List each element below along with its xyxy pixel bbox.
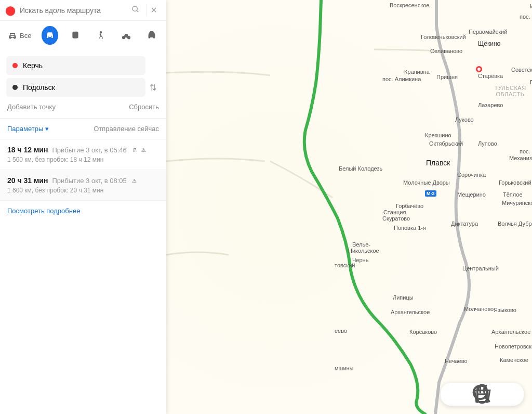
close-icon[interactable]: ×: [146, 4, 161, 16]
svg-point-7: [76, 36, 77, 37]
params-row: Параметры ▾ Отправление сейчас: [0, 118, 166, 139]
waypoint-from[interactable]: Керчь: [6, 56, 145, 75]
map-canvas[interactable]: ТУЛЬСКАЯ ОБЛАСТЬ ВоскресенскоеИльинкаШва…: [166, 0, 532, 414]
svg-line-1: [137, 10, 138, 12]
pin-icon: ⬤: [5, 5, 16, 16]
tab-taxi[interactable]: [144, 26, 160, 45]
map-tools: [441, 383, 524, 406]
reset-button[interactable]: Сбросить: [129, 103, 159, 111]
details-link[interactable]: Посмотреть подробнее: [0, 201, 166, 221]
tab-car[interactable]: [42, 26, 58, 45]
transport-tabs: Все: [0, 21, 166, 50]
svg-point-3: [51, 36, 52, 37]
search-icon[interactable]: [127, 5, 144, 16]
search-bar: ⬤ ×: [0, 0, 166, 21]
tab-all-label: Все: [20, 32, 31, 40]
svg-point-0: [132, 6, 137, 11]
waypoint-to[interactable]: Подольск: [6, 78, 145, 97]
tab-all[interactable]: Все: [6, 26, 32, 45]
waypoint-to-text: Подольск: [23, 83, 55, 92]
waypoints-panel: Керчь Подольск ⇅ Добавить точку Сбросить: [0, 50, 166, 118]
svg-point-8: [100, 32, 102, 33]
sidebar: ⬤ × Все: [0, 0, 166, 414]
tab-walk[interactable]: [93, 26, 109, 45]
add-waypoint-button[interactable]: Добавить точку: [7, 103, 56, 111]
route-arrival: Прибытие 3 окт, в 08:05: [52, 177, 126, 185]
params-button[interactable]: Параметры ▾: [7, 125, 49, 133]
route-distance: 1 500 км, без пробок: 18 ч 12 мин: [7, 156, 159, 163]
tab-transit[interactable]: [68, 26, 84, 45]
route-time: 18 ч 12 мин: [7, 146, 48, 154]
route-arrival: Прибытие 3 окт, в 05:46: [52, 146, 126, 154]
swap-waypoints-button[interactable]: ⇅: [145, 83, 160, 93]
svg-point-2: [48, 36, 49, 37]
svg-point-6: [74, 36, 75, 37]
toll-icon: ₽: [131, 146, 138, 153]
svg-rect-11: [151, 32, 153, 33]
tool-pharmacy[interactable]: [502, 386, 518, 403]
route-distance: 1 600 км, без пробок: 20 ч 31 мин: [7, 187, 159, 194]
tab-bike[interactable]: [118, 26, 135, 45]
warning-icon: ⚠: [131, 177, 138, 184]
route-time: 20 ч 31 мин: [7, 176, 48, 185]
route-option-1[interactable]: 18 ч 12 мин Прибытие 3 окт, в 05:46 ₽ ⚠ …: [0, 139, 166, 170]
warning-icon: ⚠: [140, 146, 148, 153]
route-option-2[interactable]: 20 ч 31 мин Прибытие 3 окт, в 08:05 ⚠ 1 …: [0, 170, 166, 201]
waypoint-from-text: Керчь: [23, 61, 43, 70]
dest-dot-icon: [12, 85, 18, 90]
origin-dot-icon: [12, 63, 18, 68]
departure-label: Отправление сейчас: [94, 125, 159, 133]
search-input[interactable]: [20, 6, 127, 15]
